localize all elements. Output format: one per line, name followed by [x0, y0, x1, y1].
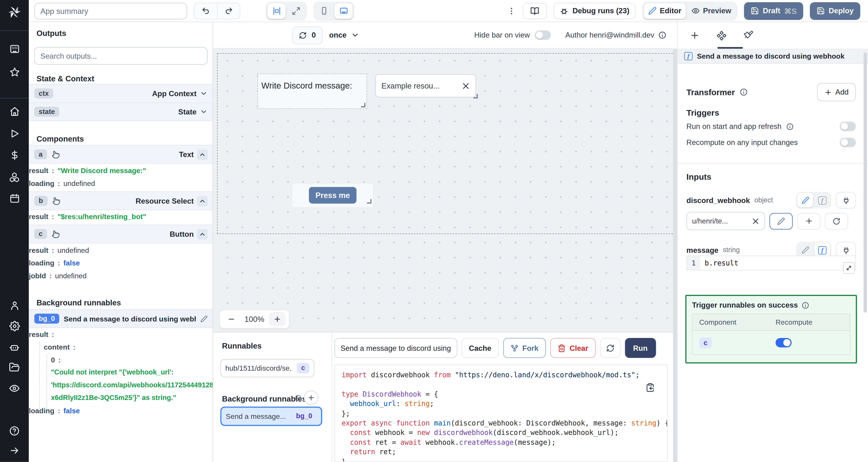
run-button[interactable]: Run — [625, 338, 656, 358]
draft-button[interactable]: Draft ⌘S — [744, 2, 803, 20]
windmill-logo[interactable] — [0, 4, 29, 20]
copy-code-button[interactable] — [645, 383, 655, 392]
cache-button[interactable]: Cache — [462, 338, 498, 358]
sidebar-item-audit[interactable] — [0, 383, 29, 394]
resource-select-component[interactable]: Example resou... — [375, 74, 476, 97]
edit-resource-button[interactable] — [770, 212, 793, 229]
resize-handle[interactable] — [367, 199, 372, 204]
collapse-button[interactable] — [197, 229, 208, 239]
ctx-row[interactable]: ctx App Context — [29, 84, 213, 103]
redo-button[interactable] — [217, 3, 240, 19]
hide-bar-toggle[interactable] — [535, 31, 551, 40]
tab-insert[interactable] — [690, 31, 700, 40]
fork-button[interactable]: Fork — [503, 338, 546, 358]
sidebar-item-resources[interactable] — [0, 171, 29, 183]
sidebar-item-schedules[interactable] — [0, 193, 29, 204]
eval-mode-button[interactable]: f — [814, 193, 830, 208]
clipboard-copy-icon — [645, 383, 655, 392]
tab-editor[interactable]: Editor — [644, 3, 686, 19]
component-c-row[interactable]: c Button — [29, 225, 213, 243]
tab-component-settings[interactable] — [716, 30, 727, 40]
outputs-title: Outputs — [37, 29, 66, 38]
fullscreen-toggle[interactable] — [287, 3, 305, 19]
expand-diagonal-icon — [846, 265, 852, 271]
recompute-toggle[interactable] — [840, 138, 856, 147]
clear-resource-icon[interactable] — [752, 217, 760, 225]
component-b-row[interactable]: b Resource Select — [29, 191, 213, 210]
component-a-row[interactable]: a Text — [29, 145, 213, 164]
button-component[interactable]: Press me — [292, 184, 373, 207]
rotate-icon — [833, 217, 840, 225]
add-transformer-button[interactable]: Add — [817, 83, 856, 101]
sidebar-item-folders[interactable] — [0, 362, 29, 373]
sidebar-item-settings[interactable] — [0, 321, 29, 331]
scrollbar[interactable] — [864, 53, 867, 312]
code-line: export async function main(discord_webho… — [342, 418, 667, 428]
runnable-item[interactable]: hub/1511/discord/se... c — [220, 359, 314, 377]
edit-pencil-icon[interactable] — [200, 315, 208, 322]
sidebar-item-apps[interactable] — [0, 44, 29, 54]
bg0-row[interactable]: bg_0 Send a message to discord using web… — [29, 309, 213, 328]
search-outputs-input[interactable] — [34, 47, 208, 65]
tab-styling[interactable] — [743, 31, 753, 40]
mobile-view-button[interactable] — [315, 3, 333, 19]
input-type: string — [723, 246, 740, 254]
collapse-button[interactable] — [197, 196, 208, 206]
code-editor[interactable]: import discordwebhook from "https://deno… — [334, 365, 668, 462]
deploy-button[interactable]: Deploy — [810, 2, 860, 20]
refresh-count-button[interactable]: 0 — [292, 26, 322, 44]
sidebar-item-runs[interactable] — [0, 128, 29, 139]
panel-divider[interactable] — [673, 48, 677, 462]
recompute-toggle[interactable] — [776, 338, 792, 348]
chevron-down-icon — [200, 108, 208, 116]
resize-handle[interactable] — [473, 94, 478, 98]
trigger-runnables-table: Component Recompute c — [692, 314, 850, 355]
collapse-button[interactable] — [197, 149, 208, 159]
output-kv: loading: undefined — [29, 179, 95, 188]
static-mode-button[interactable] — [797, 243, 813, 257]
sidebar-item-home[interactable] — [0, 106, 29, 117]
add-background-runnable-button[interactable] — [304, 391, 318, 405]
clear-selection-icon[interactable] — [462, 81, 470, 90]
background-runnable-item-selected[interactable]: Send a message... bg_0 — [220, 406, 322, 426]
resource-picker[interactable]: u/henri/te... — [686, 212, 765, 230]
sidebar-item-variables[interactable] — [0, 150, 29, 160]
sidebar-item-users[interactable] — [0, 300, 29, 311]
more-menu-button[interactable] — [507, 6, 516, 15]
zoom-in-button[interactable] — [269, 312, 286, 327]
tab-preview[interactable]: Preview — [687, 3, 736, 19]
zoom-out-button[interactable] — [223, 312, 240, 327]
code-line: }; — [342, 408, 667, 418]
undo-button[interactable] — [194, 3, 217, 19]
collapse-rail-button[interactable] — [0, 446, 29, 456]
debug-runs-button[interactable]: Debug runs (23) — [554, 2, 635, 19]
static-mode-button[interactable] — [797, 193, 813, 208]
clear-button[interactable]: Clear — [550, 338, 595, 358]
app-canvas[interactable]: Write Discord message: Example resou... … — [213, 48, 673, 332]
save-icon — [816, 7, 825, 15]
frequency-dropdown[interactable]: once — [329, 31, 359, 39]
reload-button[interactable] — [600, 338, 620, 358]
runnable-path: hub/1511/discord/se... — [225, 364, 292, 372]
desktop-view-button[interactable] — [334, 3, 352, 19]
state-row[interactable]: state State — [29, 102, 213, 121]
run-on-start-toggle[interactable] — [840, 122, 856, 131]
press-me-button[interactable]: Press me — [309, 187, 356, 204]
run-on-start-label: Run on start and app refresh — [686, 122, 781, 131]
tree-guide — [39, 342, 40, 409]
help-button[interactable] — [0, 425, 29, 436]
center-align-toggle[interactable] — [268, 3, 286, 19]
sidebar-item-favorites[interactable] — [0, 67, 29, 77]
connect-input-button[interactable] — [836, 192, 856, 209]
eval-mode-button[interactable]: f — [814, 243, 830, 257]
expand-editor-button[interactable] — [843, 262, 855, 274]
app-summary-input[interactable] — [34, 2, 187, 19]
refresh-resource-button[interactable] — [825, 212, 848, 229]
runnable-name-input[interactable] — [334, 338, 457, 358]
resize-handle[interactable] — [361, 103, 365, 107]
sidebar-item-workers[interactable] — [0, 342, 29, 353]
expression-editor[interactable]: 1 b.result — [686, 256, 856, 270]
text-component[interactable]: Write Discord message: — [258, 74, 367, 108]
create-resource-button[interactable] — [797, 212, 820, 229]
docs-button[interactable] — [523, 2, 547, 19]
